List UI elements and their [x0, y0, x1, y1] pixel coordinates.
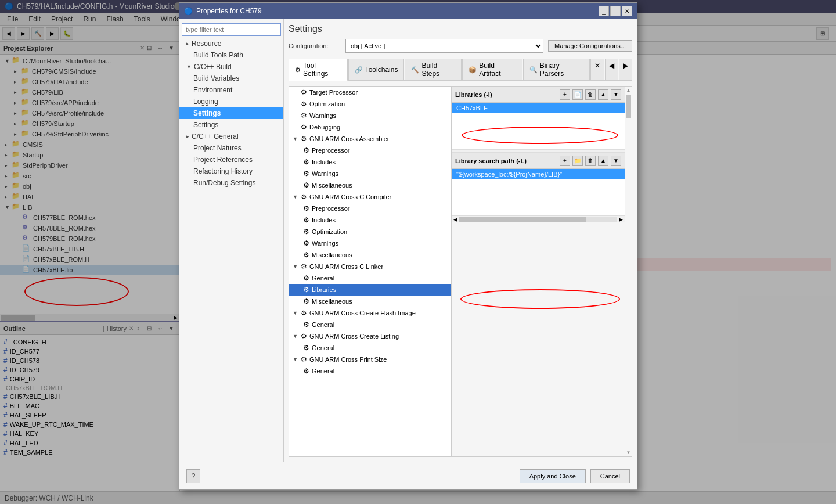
nav-item-project-natures[interactable]: Project Natures	[179, 142, 283, 154]
lib-item-ch57xble[interactable]: CH57xBLE	[452, 103, 625, 113]
stree-listing-general[interactable]: ⚙ General	[289, 342, 451, 354]
search-delete-btn[interactable]: 🗑	[585, 156, 596, 166]
search-down-btn[interactable]: ▼	[611, 156, 621, 166]
search-add-btn[interactable]: +	[560, 156, 570, 166]
cancel-button[interactable]: Cancel	[590, 469, 630, 483]
stree-cc-warnings[interactable]: ⚙ Warnings	[289, 237, 451, 249]
nav-item-settings[interactable]: Settings	[179, 107, 283, 119]
hscroll-right[interactable]: ▶	[617, 216, 625, 223]
build-artifact-icon: 📦	[469, 66, 477, 74]
stree-gnu-listing[interactable]: ▼ ⚙ GNU ARM Cross Create Listing	[289, 330, 451, 342]
help-button[interactable]: ?	[186, 469, 200, 483]
settings-hscroll[interactable]: ◀ ▶	[452, 215, 625, 222]
stree-icon-target: ⚙	[301, 88, 307, 96]
nav-item-cpp-build[interactable]: ▼ C/C++ Build	[179, 61, 283, 73]
modal-settings-content: Settings Configuration: obj [ Active ] M…	[284, 19, 637, 462]
stree-cc-includes[interactable]: ⚙ Includes	[289, 214, 451, 226]
search-workspace-btn[interactable]: 📁	[572, 156, 583, 166]
filter-input[interactable]	[182, 23, 281, 36]
modal-maximize-button[interactable]: □	[610, 6, 621, 16]
stree-cc-optimization[interactable]: ⚙ Optimization	[289, 226, 451, 237]
stree-warnings[interactable]: ⚙ Warnings	[289, 110, 451, 121]
stree-icon-inc1: ⚙	[303, 158, 309, 166]
stree-linker-general[interactable]: ⚙ General	[289, 272, 451, 284]
stree-icon-opt2: ⚙	[303, 228, 309, 236]
stree-icon-gen2: ⚙	[303, 321, 309, 329]
stree-cc-misc[interactable]: ⚙ Miscellaneous	[289, 249, 451, 261]
tab-tool-settings[interactable]: ⚙ Tool Settings	[289, 59, 348, 81]
tab-build-steps[interactable]: 🔨 Build Steps	[405, 59, 462, 80]
vscroll-up-arrow[interactable]: ▲	[625, 87, 632, 94]
libs-down-btn[interactable]: ▼	[611, 89, 621, 100]
tab-scroll-right[interactable]: ▶	[619, 59, 632, 80]
nav-item-logging[interactable]: Logging	[179, 96, 283, 107]
libs-delete-btn[interactable]: 🗑	[585, 89, 596, 100]
nav-arrow-cpp: ▼	[186, 64, 192, 70]
stree-icon-gen3: ⚙	[303, 344, 309, 352]
nav-label-run-debug: Run/Debug Settings	[193, 179, 255, 187]
nav-item-resource[interactable]: ▸ Resource	[179, 38, 283, 49]
lib-search-path-item[interactable]: "${workspace_loc:/${ProjName}/LIB}"	[452, 169, 625, 179]
nav-label-resource: Resource	[192, 39, 221, 48]
tab-build-artifact[interactable]: 📦 Build Artifact	[462, 59, 522, 80]
stree-icon-lib: ⚙	[303, 286, 309, 294]
libraries-header: Libraries (-l) + 📄 🗑 ▲ ▼	[452, 87, 625, 103]
modal-close-button[interactable]: ✕	[622, 6, 632, 16]
apply-and-close-button[interactable]: Apply and Close	[520, 469, 586, 483]
stree-icon-gen4: ⚙	[303, 367, 309, 375]
modal-footer: ? Apply and Close Cancel	[179, 462, 637, 489]
stree-target-processor[interactable]: ⚙ Target Processor	[289, 87, 451, 98]
nav-item-refactoring[interactable]: Refactoring History	[179, 165, 283, 177]
stree-asm-warnings[interactable]: ⚙ Warnings	[289, 168, 451, 179]
nav-item-build-vars[interactable]: Build Variables	[179, 73, 283, 84]
modal-vscroll[interactable]: ▲ ▼	[625, 87, 632, 456]
tab-tool-settings-label: Tool Settings	[303, 62, 341, 78]
modal-title-text: Properties for CH579	[196, 7, 597, 15]
stree-gnu-flash-image[interactable]: ▼ ⚙ GNU ARM Cross Create Flash Image	[289, 307, 451, 319]
tab-more-button[interactable]: ✕	[590, 59, 604, 80]
stree-cc-preprocessor[interactable]: ⚙ Preprocessor	[289, 203, 451, 214]
tab-toolchains-label: Toolchains	[365, 66, 398, 74]
nav-label-logging: Logging	[193, 98, 218, 106]
libs-up-btn[interactable]: ▲	[598, 89, 608, 100]
tab-binary-parsers-label: Binary Parsers	[540, 62, 583, 78]
manage-configurations-button[interactable]: Manage Configurations...	[548, 40, 632, 52]
stree-linker-libraries[interactable]: ⚙ Libraries	[289, 284, 451, 296]
stree-optimization[interactable]: ⚙ Optimization	[289, 98, 451, 110]
stree-icon-inc2: ⚙	[303, 216, 309, 224]
hscroll-left[interactable]: ◀	[452, 216, 459, 223]
stree-print-general[interactable]: ⚙ General	[289, 365, 451, 377]
nav-item-toolchain-editor[interactable]: Settings	[179, 119, 283, 131]
vscroll-down-arrow[interactable]: ▼	[625, 449, 632, 456]
libs-add-btn[interactable]: +	[560, 89, 570, 100]
tab-toolchains[interactable]: 🔗 Toolchains	[348, 59, 405, 80]
stree-asm-misc[interactable]: ⚙ Miscellaneous	[289, 179, 451, 191]
stree-linker-misc[interactable]: ⚙ Miscellaneous	[289, 296, 451, 307]
search-up-btn[interactable]: ▲	[598, 156, 608, 166]
tab-binary-parsers[interactable]: 🔍 Binary Parsers	[523, 59, 590, 80]
stree-icon-misc1: ⚙	[303, 181, 309, 189]
tab-build-artifact-label: Build Artifact	[479, 62, 516, 78]
nav-item-environment[interactable]: Environment	[179, 84, 283, 96]
stree-asm-includes[interactable]: ⚙ Includes	[289, 156, 451, 168]
stree-asm-preprocessor[interactable]: ⚙ Preprocessor	[289, 145, 451, 156]
nav-label-project-natures: Project Natures	[193, 144, 242, 152]
stree-gnu-print-size[interactable]: ▼ ⚙ GNU ARM Cross Print Size	[289, 354, 451, 365]
libs-add-file-btn[interactable]: 📄	[572, 89, 583, 100]
tab-scroll-left[interactable]: ◀	[605, 59, 618, 80]
stree-flash-general[interactable]: ⚙ General	[289, 319, 451, 330]
nav-item-build-tools-path[interactable]: Build Tools Path	[179, 49, 283, 61]
settings-split: ⚙ Target Processor ⚙ Optimization ⚙ Warn…	[289, 86, 632, 457]
configuration-label: Configuration:	[289, 42, 341, 49]
nav-item-cpp-general[interactable]: ▸ C/C++ General	[179, 131, 283, 142]
settings-right-panel: Libraries (-l) + 📄 🗑 ▲ ▼ CH57xBLE Librar…	[452, 87, 625, 456]
modal-minimize-button[interactable]: _	[599, 6, 609, 16]
modal-title-icon: 🔵	[184, 7, 193, 15]
nav-item-project-refs[interactable]: Project References	[179, 154, 283, 165]
stree-gnu-arm-compiler[interactable]: ▼ ⚙ GNU ARM Cross C Compiler	[289, 191, 451, 203]
stree-gnu-arm-linker[interactable]: ▼ ⚙ GNU ARM Cross C Linker	[289, 261, 451, 272]
configuration-select[interactable]: obj [ Active ]	[345, 39, 543, 53]
stree-gnu-arm-assembler[interactable]: ▼ ⚙ GNU ARM Cross Assembler	[289, 133, 451, 145]
nav-item-run-debug[interactable]: Run/Debug Settings	[179, 177, 283, 189]
stree-debugging[interactable]: ⚙ Debugging	[289, 121, 451, 133]
